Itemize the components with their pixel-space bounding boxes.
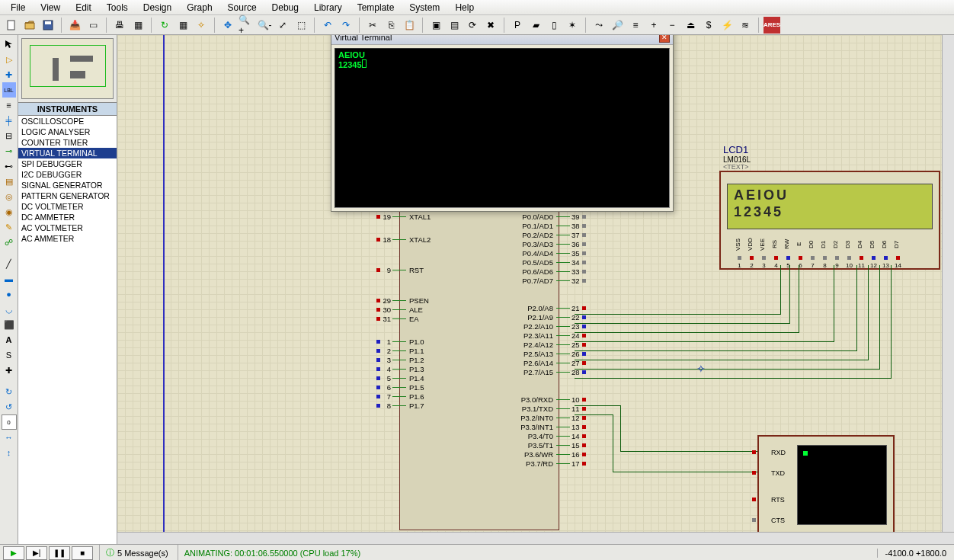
cursor-tool-icon[interactable] — [1, 37, 18, 52]
probe-tool-icon[interactable]: ✎ — [1, 219, 18, 235]
rect-tool-icon[interactable]: ▬ — [1, 271, 18, 286]
circle-tool-icon[interactable]: ● — [1, 286, 18, 302]
instrument-item[interactable]: LOGIC ANALYSER — [18, 126, 117, 137]
menu-edit[interactable]: Edit — [68, 1, 99, 14]
bom-icon[interactable]: $ — [700, 17, 717, 34]
origin-icon[interactable]: ✧ — [193, 17, 210, 34]
wire-autoroute-icon[interactable]: ⤳ — [591, 17, 607, 34]
menu-system[interactable]: System — [402, 1, 447, 14]
pause-button[interactable]: ❚❚ — [49, 546, 70, 560]
zoom-in-icon[interactable]: 🔍+ — [238, 17, 255, 34]
delete-sheet-icon[interactable]: − — [664, 17, 680, 34]
print-icon[interactable]: 🖶 — [111, 17, 128, 34]
text-tool-icon[interactable]: A — [1, 332, 18, 347]
pan-icon[interactable]: ✥ — [219, 17, 236, 34]
decompose-icon[interactable]: ✶ — [564, 17, 581, 34]
component-tool-icon[interactable]: ▷ — [1, 52, 18, 67]
print-area-icon[interactable]: ▦ — [130, 17, 146, 34]
package-icon[interactable]: ▯ — [546, 17, 562, 34]
instrument-item[interactable]: SIGNAL GENERATOR — [18, 180, 117, 190]
line-tool-icon[interactable]: ╱ — [1, 256, 18, 271]
instrument-item[interactable]: SPI DEBUGGER — [18, 158, 117, 169]
instrument-item[interactable]: PATTERN GENERATOR — [18, 190, 117, 201]
arc-tool-icon[interactable]: ◡ — [1, 302, 18, 317]
menu-help[interactable]: Help — [447, 1, 482, 14]
paste-icon[interactable]: 📋 — [401, 17, 418, 34]
rotate-ccw-icon[interactable]: ↺ — [1, 399, 18, 414]
exit-iso-icon[interactable]: ⏏ — [682, 17, 699, 34]
cut-icon[interactable]: ✂ — [364, 17, 381, 34]
menu-design[interactable]: Design — [136, 1, 179, 14]
menu-template[interactable]: Template — [350, 1, 402, 14]
vertical-scrollbar[interactable] — [942, 35, 954, 532]
close-icon[interactable]: ✕ — [659, 35, 670, 43]
menu-file[interactable]: File — [3, 1, 33, 14]
mirror-v-icon[interactable]: ↕ — [1, 445, 18, 460]
messages-status[interactable]: ⓘ 5 Message(s) — [99, 545, 174, 560]
undo-icon[interactable]: ↶ — [319, 17, 336, 34]
refresh-icon[interactable]: ↻ — [156, 17, 173, 34]
marker-tool-icon[interactable]: ✚ — [1, 363, 18, 378]
tape-tool-icon[interactable]: ◎ — [1, 189, 18, 204]
new-sheet-icon[interactable]: + — [645, 17, 662, 34]
instrument-item[interactable]: DC VOLTMETER — [18, 201, 117, 212]
overview-panel[interactable] — [21, 38, 114, 99]
instrument-tool-icon[interactable]: ☍ — [1, 235, 18, 250]
subcircuit-tool-icon[interactable]: ⊟ — [1, 128, 18, 143]
make-icon[interactable]: ▰ — [527, 17, 544, 34]
horizontal-scrollbar[interactable] — [117, 532, 954, 544]
instrument-item[interactable]: AC VOLTMETER — [18, 222, 117, 233]
block-copy-icon[interactable]: ▣ — [427, 17, 444, 34]
terminal-tool-icon[interactable]: ⊸ — [1, 143, 18, 158]
junction-tool-icon[interactable]: ✚ — [1, 67, 18, 82]
rotate-cw-icon[interactable]: ↻ — [1, 384, 18, 399]
script-tool-icon[interactable]: ≡ — [1, 98, 18, 113]
instrument-item[interactable]: VIRTUAL TERMINAL — [18, 148, 117, 158]
schematic-canvas[interactable]: AT89C51 <TEXT> LCD1 LM016L <TEXT> AEIOU … — [117, 35, 954, 544]
import-icon[interactable]: 📥 — [66, 17, 83, 34]
block-delete-icon[interactable]: ✖ — [482, 17, 499, 34]
instrument-item[interactable]: AC AMMETER — [18, 233, 117, 244]
menu-view[interactable]: View — [33, 1, 68, 14]
property-icon[interactable]: ≡ — [627, 17, 644, 34]
vt-titlebar[interactable]: Virtual Terminal ✕ — [331, 35, 673, 45]
open-file-icon[interactable] — [21, 17, 38, 34]
label-tool-icon[interactable]: LBL — [2, 82, 16, 98]
path-tool-icon[interactable]: ⬛ — [1, 317, 18, 332]
block-rotate-icon[interactable]: ⟳ — [464, 17, 481, 34]
generator-tool-icon[interactable]: ◉ — [1, 204, 18, 219]
menu-source[interactable]: Source — [220, 1, 264, 14]
redo-icon[interactable]: ↷ — [338, 17, 354, 34]
instrument-item[interactable]: I2C DEBUGGER — [18, 169, 117, 180]
zoom-full-icon[interactable]: ⤢ — [274, 17, 291, 34]
region-icon[interactable]: ▭ — [85, 17, 101, 34]
menu-library[interactable]: Library — [306, 1, 350, 14]
instrument-item[interactable]: OSCILLOSCOPE — [18, 116, 117, 126]
copy-icon[interactable]: ⎘ — [383, 17, 399, 34]
zoom-area-icon[interactable]: ⬚ — [293, 17, 309, 34]
stop-button[interactable]: ■ — [72, 546, 93, 560]
save-icon[interactable] — [40, 17, 56, 34]
grid-icon[interactable]: ▦ — [174, 17, 191, 34]
instrument-item[interactable]: DC AMMETER — [18, 212, 117, 222]
virtual-terminal-window[interactable]: Virtual Terminal ✕ AEIOU 12345 — [331, 35, 674, 212]
play-button[interactable]: ▶ — [3, 546, 24, 560]
instrument-list[interactable]: OSCILLOSCOPELOGIC ANALYSERCOUNTER TIMERV… — [18, 116, 117, 544]
erc-icon[interactable]: ⚡ — [719, 17, 735, 34]
graph-tool-icon[interactable]: ▤ — [1, 174, 18, 189]
pin-tool-icon[interactable]: ⊷ — [1, 158, 18, 174]
pick-icon[interactable]: P — [509, 17, 526, 34]
netlist-icon[interactable]: ≋ — [737, 17, 754, 34]
new-file-icon[interactable] — [3, 17, 20, 34]
angle-input[interactable]: 0 — [2, 414, 17, 430]
zoom-out-icon[interactable]: 🔍- — [256, 17, 273, 34]
bus-tool-icon[interactable]: ╪ — [1, 113, 18, 128]
menu-tools[interactable]: Tools — [99, 1, 136, 14]
search-icon[interactable]: 🔎 — [609, 17, 626, 34]
symbol-tool-icon[interactable]: S — [1, 347, 18, 363]
menu-graph[interactable]: Graph — [179, 1, 219, 14]
ares-icon[interactable]: ARES — [764, 17, 780, 34]
menu-debug[interactable]: Debug — [264, 1, 306, 14]
instrument-item[interactable]: COUNTER TIMER — [18, 137, 117, 148]
step-button[interactable]: ▶| — [26, 546, 47, 560]
